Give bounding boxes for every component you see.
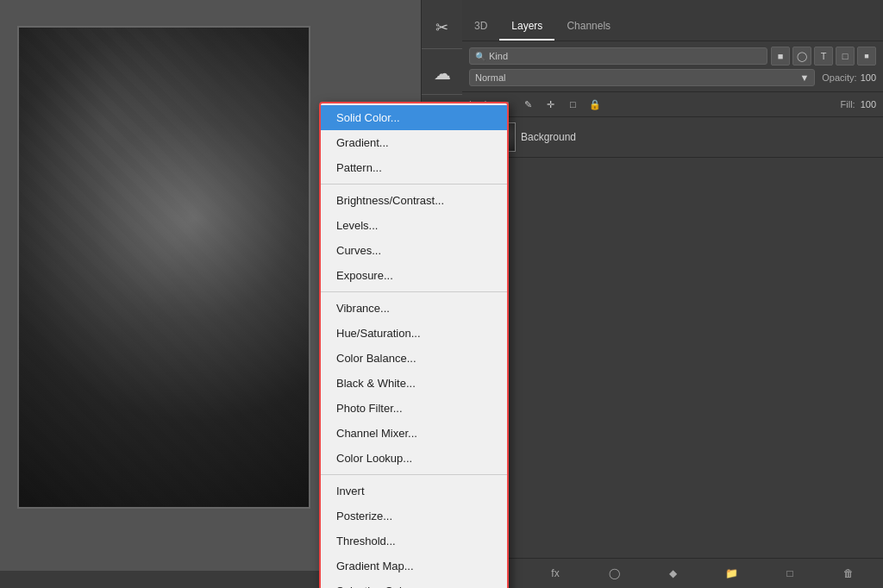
sidebar-group-tools: ✂ [422, 7, 462, 49]
fill-value[interactable]: 100 [861, 99, 876, 109]
opacity-value[interactable]: 100 [861, 72, 876, 83]
filter-icons: ■ ◯ T □ ■ [771, 47, 876, 66]
adjustment-layer-menu: Solid Color... Gradient... Pattern... Br… [319, 102, 509, 588]
layer-item[interactable]: 👁 Background [462, 117, 883, 158]
filter-pixel-icon[interactable]: ■ [771, 47, 790, 66]
lock-all-icon[interactable]: 🔒 [586, 96, 604, 113]
blend-mode-dropdown[interactable]: Normal ▼ [469, 69, 815, 86]
layers-panel: 3D Layers Channels 🔍 Kind ■ ◯ T □ ■ [462, 0, 883, 588]
tab-channels[interactable]: Channels [554, 13, 623, 41]
menu-separator-1 [321, 184, 507, 185]
layers-list: 👁 Background [462, 117, 883, 558]
canvas-image [17, 26, 310, 509]
blend-row: Normal ▼ Opacity: 100 [469, 69, 876, 86]
panel-tabs: 3D Layers Channels [462, 0, 883, 41]
blend-dropdown-arrow: ▼ [799, 72, 809, 83]
group-icon[interactable]: 📁 [722, 564, 741, 583]
filter-adjust-icon[interactable]: ◯ [792, 47, 811, 66]
menu-item-levels[interactable]: Levels... [321, 213, 507, 238]
menu-item-color-lookup[interactable]: Color Lookup... [321, 446, 507, 471]
scissors-tool[interactable]: ✂ [427, 12, 458, 43]
cloud-icon: ☁ [434, 63, 451, 84]
menu-item-hue-saturation[interactable]: Hue/Saturation... [321, 321, 507, 346]
menu-item-posterize[interactable]: Posterize... [321, 504, 507, 529]
creative-cloud-button[interactable]: ☁ [427, 58, 458, 89]
menu-item-channel-mixer[interactable]: Channel Mixer... [321, 421, 507, 446]
kind-label: Kind [489, 51, 508, 61]
tab-layers[interactable]: Layers [499, 13, 554, 41]
filter-smart-icon[interactable]: ■ [857, 47, 876, 66]
menu-item-exposure[interactable]: Exposure... [321, 263, 507, 288]
panel-filters: 🔍 Kind ■ ◯ T □ ■ Normal ▼ [462, 41, 883, 92]
add-mask-icon[interactable]: ◯ [604, 564, 623, 583]
menu-item-solid-color[interactable]: Solid Color... [321, 105, 507, 130]
menu-item-vibrance[interactable]: Vibrance... [321, 296, 507, 321]
adjustment-icon[interactable]: ◆ [663, 564, 682, 583]
menu-item-photo-filter[interactable]: Photo Filter... [321, 396, 507, 421]
menu-item-brightness-contrast[interactable]: Brightness/Contrast... [321, 188, 507, 213]
opacity-label: Opacity: [822, 72, 856, 83]
kind-filter-row: 🔍 Kind ■ ◯ T □ ■ [469, 47, 876, 66]
fill-label: Fill: [841, 99, 855, 109]
lock-position-icon[interactable]: ✛ [542, 96, 559, 113]
scissors-icon: ✂ [435, 18, 448, 37]
fx-icon[interactable]: fx [546, 564, 565, 583]
lock-artboard-icon[interactable]: □ [564, 96, 581, 113]
menu-item-black-white[interactable]: Black & White... [321, 371, 507, 396]
filter-text-icon[interactable]: T [814, 47, 833, 66]
filter-shape-icon[interactable]: □ [836, 47, 855, 66]
menu-item-curves[interactable]: Curves... [321, 238, 507, 263]
tab-3d[interactable]: 3D [462, 13, 499, 41]
kind-dropdown[interactable]: 🔍 Kind [469, 47, 767, 65]
menu-item-gradient[interactable]: Gradient... [321, 130, 507, 155]
menu-item-color-balance[interactable]: Color Balance... [321, 346, 507, 371]
sidebar-group-cloud: ☁ [422, 53, 462, 95]
menu-item-pattern[interactable]: Pattern... [321, 155, 507, 180]
menu-item-invert[interactable]: Invert [321, 479, 507, 504]
search-icon: 🔍 [475, 52, 485, 61]
menu-separator-3 [321, 474, 507, 475]
panel-bottom: 🔗 fx ◯ ◆ 📁 □ 🗑 [462, 558, 883, 588]
menu-separator-2 [321, 291, 507, 292]
app-container: ☰ ✂ ☁ 3D Layers Channels [0, 0, 883, 588]
menu-item-threshold[interactable]: Threshold... [321, 529, 507, 554]
new-layer-icon[interactable]: □ [780, 564, 799, 583]
menu-item-gradient-map[interactable]: Gradient Map... [321, 554, 507, 579]
layer-name: Background [521, 131, 876, 143]
blend-mode-value: Normal [475, 72, 505, 83]
canvas-image-inner [19, 28, 309, 507]
lock-paint-icon[interactable]: ✎ [519, 96, 536, 113]
lock-row: Lock: □ ✎ ✛ □ 🔒 Fill: 100 [462, 92, 883, 117]
delete-layer-icon[interactable]: 🗑 [839, 564, 858, 583]
menu-item-selective-color[interactable]: Selective Color... [321, 579, 507, 588]
